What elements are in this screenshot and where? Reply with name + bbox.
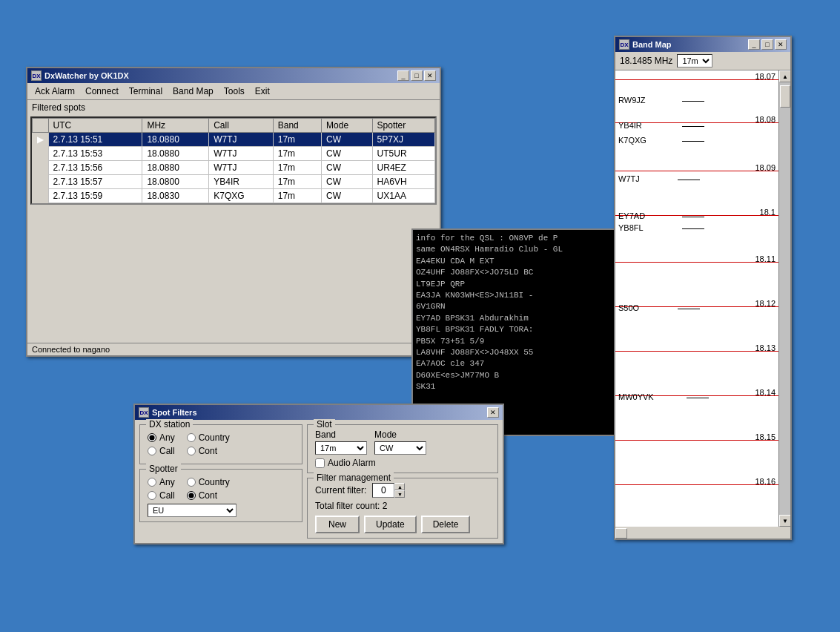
dxwatcher-icon: DX: [31, 70, 42, 81]
dx-call-label[interactable]: Call: [148, 446, 175, 456]
bandmap-body: 18.0718.0818.0918.118.1118.1218.1318.141…: [615, 70, 790, 527]
freq-hline: [615, 440, 778, 441]
cell-mode: CW: [322, 147, 373, 161]
dx-any-radio[interactable]: [148, 433, 156, 442]
spotfilters-titlebar[interactable]: DX Spot Filters ✕: [135, 405, 503, 420]
cell-mode: CW: [322, 161, 373, 175]
bandmap-scale: 18.0718.0818.0918.118.1118.1218.1318.141…: [615, 70, 778, 527]
dx-country-label[interactable]: Country: [187, 432, 230, 443]
cell-call: W7TJ: [209, 133, 274, 147]
new-button[interactable]: New: [315, 516, 360, 533]
call-label: K7QXG: [618, 136, 646, 145]
sp-cont-select[interactable]: EU NA AS: [148, 504, 237, 517]
spotfilters-close[interactable]: ✕: [487, 407, 499, 418]
dx-any-label[interactable]: Any: [148, 432, 175, 443]
sp-cont-radio[interactable]: [187, 491, 196, 500]
sp-call-label[interactable]: Call: [148, 490, 175, 501]
audio-alarm-checkbox[interactable]: [315, 458, 325, 468]
scroll-down-button[interactable]: ▼: [779, 515, 790, 527]
terminal-line: LT9EJP QRP: [416, 279, 635, 290]
cell-mhz: 18.0800: [142, 175, 209, 189]
bandmap-resize[interactable]: [615, 528, 627, 539]
table-row[interactable]: 2.7.13 15:57 18.0800 YB4IR 17m CW HA6VH: [33, 175, 435, 189]
menu-tools[interactable]: Tools: [219, 85, 249, 98]
call-label: YB8FL: [618, 223, 644, 232]
table-row[interactable]: 2.7.13 15:56 18.0880 W7TJ 17m CW UR4EZ: [33, 161, 435, 175]
sp-country-label[interactable]: Country: [187, 477, 230, 487]
table-row[interactable]: ▶ 2.7.13 15:51 18.0880 W7TJ 17m CW 5P7XJ: [33, 133, 435, 147]
table-row[interactable]: 2.7.13 15:53 18.0880 W7TJ 17m CW UT5UR: [33, 147, 435, 161]
maximize-button[interactable]: □: [411, 70, 423, 81]
sp-call-radio[interactable]: [148, 491, 156, 500]
delete-button[interactable]: Delete: [421, 516, 471, 533]
call-label: S50O: [618, 303, 639, 312]
dx-cont-label[interactable]: Cont: [187, 446, 217, 456]
bandmap-minimize[interactable]: _: [748, 39, 760, 50]
menu-connect[interactable]: Connect: [81, 85, 123, 98]
dx-cont-radio[interactable]: [187, 447, 196, 455]
table-row[interactable]: 2.7.13 15:59 18.0830 K7QXG 17m CW UX1AA: [33, 189, 435, 203]
spin-down-button[interactable]: ▼: [394, 490, 405, 498]
cell-utc: 2.7.13 15:59: [48, 189, 142, 203]
bandmap-titlebar[interactable]: DX Band Map _ □ ✕: [615, 37, 790, 52]
cell-call: K7QXG: [209, 189, 274, 203]
sp-country-radio[interactable]: [187, 478, 196, 487]
terminal-line: info for the QSL : ON8VP de P: [416, 233, 635, 244]
band-label: Band: [315, 429, 367, 440]
dxwatcher-titlebar[interactable]: DX DxWatcher by OK1DX _ □ ✕: [27, 68, 440, 83]
call-label: YB4IR: [618, 121, 642, 130]
spin-up-button[interactable]: ▲: [394, 483, 405, 490]
call-line: [682, 141, 704, 142]
mode-select[interactable]: CW SSB DIGI: [374, 441, 426, 455]
terminal-line: same ON4RSX Hamradio Club - GL: [416, 244, 635, 255]
status-bar: Connected to nagano: [27, 343, 440, 355]
filters-right: Slot Band 17m 15m 20m Mode: [307, 424, 498, 539]
freq-hline: [615, 171, 778, 171]
current-filter-row: Current filter: ▲ ▼: [315, 483, 490, 498]
minimize-button[interactable]: _: [397, 70, 409, 81]
scroll-thumb[interactable]: [780, 85, 790, 108]
dx-call-radio[interactable]: [148, 447, 156, 455]
sp-cont-dropdown-row: EU NA AS: [148, 504, 294, 517]
spotfilters-window: DX Spot Filters ✕ DX station Any: [133, 404, 504, 544]
freq-label: 18.13: [755, 343, 775, 352]
dx-any-row: Any Country: [148, 432, 294, 443]
close-button[interactable]: ✕: [424, 70, 436, 81]
menu-terminal[interactable]: Terminal: [125, 85, 167, 98]
row-arrow: [33, 161, 49, 175]
col-mode: Mode: [322, 119, 373, 133]
filtered-spots-label: Filtered spots: [27, 100, 440, 115]
col-utc: UTC: [48, 119, 142, 133]
sp-any-radio[interactable]: [148, 478, 156, 487]
sp-any-label[interactable]: Any: [148, 477, 175, 487]
bandmap-title: Band Map: [632, 40, 672, 49]
terminal-line: D60XE<es>JM77MO B: [416, 370, 635, 381]
scroll-up-button[interactable]: ▲: [779, 70, 790, 82]
call-line: [678, 180, 700, 180]
update-button[interactable]: Update: [364, 516, 417, 533]
bandmap-controls: _ □ ✕: [748, 39, 787, 50]
bandmap-maximize[interactable]: □: [761, 39, 773, 50]
bandmap-icon: DX: [619, 39, 629, 50]
dx-country-radio[interactable]: [187, 433, 196, 442]
filter-number-input[interactable]: [372, 483, 394, 498]
band-select[interactable]: 17m 15m 20m: [315, 441, 367, 455]
row-arrow: [33, 189, 49, 203]
cell-spotter: HA6VH: [372, 175, 434, 189]
spotfilters-controls: ✕: [487, 407, 499, 418]
sp-cont-label[interactable]: Cont: [187, 490, 217, 501]
freq-label: 18.15: [755, 432, 775, 441]
terminal-line: EA7AOC cle 347: [416, 358, 635, 369]
filters-left: DX station Any Country: [139, 424, 302, 539]
row-arrow: [33, 175, 49, 189]
freq-hline: [615, 351, 778, 352]
bandmap-close[interactable]: ✕: [775, 39, 787, 50]
menu-ack-alarm[interactable]: Ack Alarm: [30, 85, 79, 98]
bandmap-band-select[interactable]: 17m 15m 20m 40m: [677, 54, 712, 68]
menu-exit[interactable]: Exit: [251, 85, 274, 98]
call-line: [682, 126, 704, 127]
spotter-group: Spotter Any Country: [139, 469, 302, 522]
menu-band-map[interactable]: Band Map: [168, 85, 218, 98]
call-line: [682, 217, 704, 217]
menu-bar: Ack Alarm Connect Terminal Band Map Tool…: [27, 83, 440, 100]
